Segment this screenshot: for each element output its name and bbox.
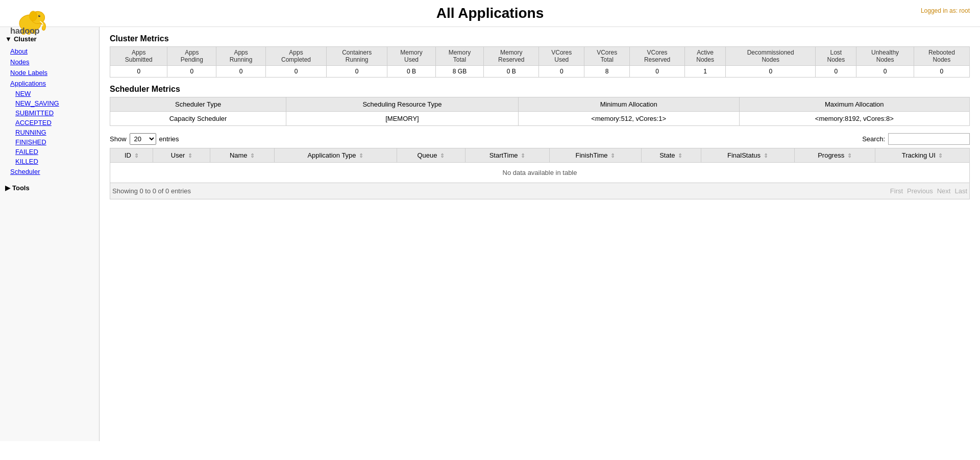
svg-point-4 [39, 15, 40, 16]
sidebar-item-submitted[interactable]: SUBMITTED [0, 108, 99, 118]
metrics-val-12: 0 [726, 66, 816, 78]
metrics-val-9: 8 [584, 66, 630, 78]
sort-icon: ⇕ [938, 152, 943, 159]
metrics-col-1: AppsPending [167, 47, 216, 66]
pagination-buttons: First Previous Next Last [890, 187, 967, 195]
metrics-col-3: AppsCompleted [265, 47, 326, 66]
svg-text:hadoop: hadoop [10, 26, 40, 35]
metrics-col-9: VCoresTotal [584, 47, 630, 66]
tools-triangle-icon: ▶ [5, 184, 10, 192]
metrics-val-8: 0 [539, 66, 584, 78]
metrics-val-14: 0 [856, 66, 914, 78]
entries-select[interactable]: 10202550100 [130, 133, 156, 145]
sort-icon: ⇕ [764, 152, 768, 159]
apps-col-5: StartTime ⇕ [465, 148, 550, 163]
scheduler-metrics-title: Scheduler Metrics [110, 85, 970, 94]
entries-label: entries [159, 135, 179, 143]
apps-col-3: Application Type ⇕ [274, 148, 397, 163]
scheduler-header-row: Scheduler Type Scheduling Resource Type … [110, 97, 970, 112]
scheduler-col-min-alloc: Minimum Allocation [518, 97, 739, 112]
show-entries-control: Show 10202550100 entries [110, 133, 179, 145]
content-area: Cluster Metrics AppsSubmittedAppsPending… [100, 27, 980, 441]
cluster-label: Cluster [14, 35, 37, 43]
sidebar-item-failed[interactable]: FAILED [0, 147, 99, 157]
metrics-col-2: AppsRunning [216, 47, 266, 66]
scheduling-resource-type-value: [MEMORY] [286, 112, 519, 126]
metrics-col-11: ActiveNodes [685, 47, 726, 66]
svg-point-2 [30, 11, 37, 21]
sort-icon: ⇕ [440, 152, 445, 159]
sidebar-item-running[interactable]: RUNNING [0, 127, 99, 137]
metrics-col-0: AppsSubmitted [110, 47, 167, 66]
showing-entries-info: Showing 0 to 0 of 0 entries [112, 187, 191, 195]
metrics-val-15: 0 [914, 66, 969, 78]
sort-icon: ⇕ [678, 152, 682, 159]
scheduler-type-value: Capacity Scheduler [110, 112, 286, 126]
previous-button: Previous [907, 187, 933, 195]
metrics-val-10: 0 [630, 66, 685, 78]
scheduler-metrics-table: Scheduler Type Scheduling Resource Type … [110, 97, 970, 126]
sidebar-item-accepted[interactable]: ACCEPTED [0, 118, 99, 127]
apps-col-4: Queue ⇕ [397, 148, 465, 163]
metrics-col-12: DecommissionedNodes [726, 47, 816, 66]
applications-table: ID ⇕User ⇕Name ⇕Application Type ⇕Queue … [110, 148, 970, 183]
apps-col-10: Tracking UI ⇕ [875, 148, 970, 163]
metrics-val-6: 8 GB [435, 66, 484, 78]
metrics-val-4: 0 [327, 66, 387, 78]
apps-header-row: ID ⇕User ⇕Name ⇕Application Type ⇕Queue … [110, 148, 970, 163]
sort-icon: ⇕ [134, 152, 139, 159]
show-label: Show [110, 135, 127, 143]
metrics-val-3: 0 [265, 66, 326, 78]
table-controls: Show 10202550100 entries Search: [110, 133, 970, 145]
last-button: Last [954, 187, 967, 195]
sidebar-item-new[interactable]: NEW [0, 89, 99, 98]
metrics-val-0: 0 [110, 66, 167, 78]
next-button: Next [937, 187, 951, 195]
metrics-header-row: AppsSubmittedAppsPendingAppsRunningAppsC… [110, 47, 970, 66]
apps-col-2: Name ⇕ [210, 148, 275, 163]
metrics-col-14: UnhealthyNodes [856, 47, 914, 66]
metrics-values-row: 000000 B8 GB0 B08010000 [110, 66, 970, 78]
sort-icon: ⇕ [521, 152, 525, 159]
sidebar-item-finished[interactable]: FINISHED [0, 137, 99, 147]
sidebar-item-nodes[interactable]: Nodes [0, 57, 99, 67]
main-layout: ▼ Cluster About Nodes Node Labels Applic… [0, 27, 980, 441]
apps-col-9: Progress ⇕ [794, 148, 875, 163]
sidebar-item-about[interactable]: About [0, 46, 99, 57]
table-footer: Showing 0 to 0 of 0 entries First Previo… [110, 183, 970, 199]
search-input[interactable] [888, 133, 970, 145]
metrics-val-11: 1 [685, 66, 726, 78]
logged-in-status: Logged in as: root [921, 7, 970, 14]
cluster-triangle-icon: ▼ [5, 35, 12, 43]
apps-col-1: User ⇕ [153, 148, 210, 163]
search-box: Search: [862, 133, 970, 145]
metrics-col-10: VCoresReserved [630, 47, 685, 66]
sidebar-item-new-saving[interactable]: NEW_SAVING [0, 98, 99, 108]
metrics-col-5: MemoryUsed [387, 47, 436, 66]
sidebar: ▼ Cluster About Nodes Node Labels Applic… [0, 27, 100, 441]
metrics-val-1: 0 [167, 66, 216, 78]
search-label: Search: [862, 135, 885, 143]
metrics-col-7: MemoryReserved [484, 47, 539, 66]
min-allocation-value: <memory:512, vCores:1> [518, 112, 739, 126]
no-data-cell: No data available in table [110, 163, 970, 183]
logo-area: hadoop [10, 5, 56, 36]
sidebar-item-killed[interactable]: KILLED [0, 157, 99, 166]
metrics-col-8: VCoresUsed [539, 47, 584, 66]
cluster-metrics-title: Cluster Metrics [110, 34, 970, 43]
metrics-val-5: 0 B [387, 66, 436, 78]
sort-icon: ⇕ [250, 152, 255, 159]
page-header: hadoop All Applications Logged in as: ro… [0, 0, 980, 27]
scheduler-col-max-alloc: Maximum Allocation [739, 97, 969, 112]
metrics-val-2: 0 [216, 66, 266, 78]
metrics-col-6: MemoryTotal [435, 47, 484, 66]
metrics-val-7: 0 B [484, 66, 539, 78]
page-title: All Applications [436, 5, 544, 21]
sort-icon: ⇕ [847, 152, 852, 159]
sidebar-item-node-labels[interactable]: Node Labels [0, 67, 99, 78]
tools-label: Tools [12, 184, 30, 192]
tools-section-header[interactable]: ▶ Tools [0, 181, 99, 195]
sidebar-item-applications[interactable]: Applications [0, 78, 99, 89]
apps-col-0: ID ⇕ [110, 148, 153, 163]
sidebar-item-scheduler[interactable]: Scheduler [0, 166, 99, 177]
